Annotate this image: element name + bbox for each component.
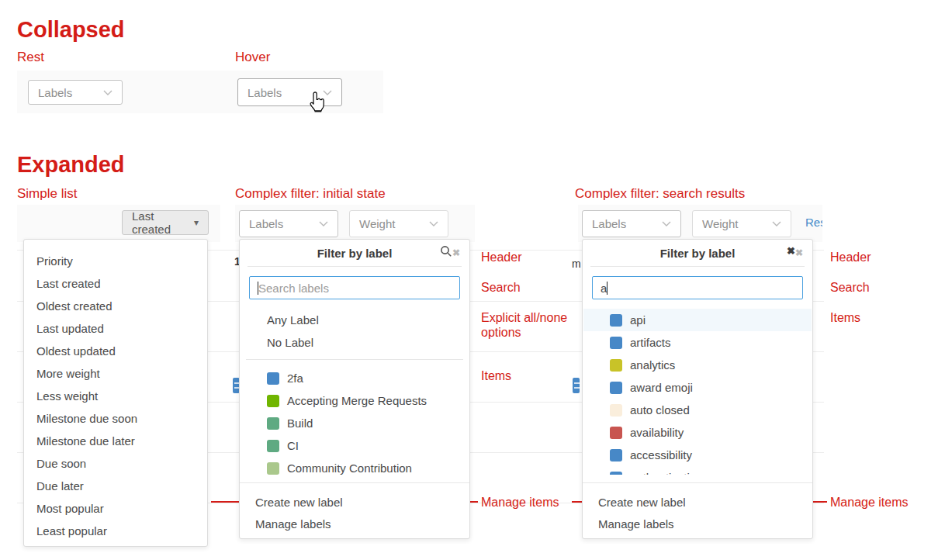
menu-item-any-label[interactable]: Any Label: [241, 309, 469, 331]
menu-item-label: Milestone due later: [36, 434, 135, 448]
label-item[interactable]: Build: [241, 412, 469, 434]
demo-label-complex-initial: Complex filter: initial state: [235, 186, 386, 202]
menu-item[interactable]: Oldest created: [25, 295, 206, 317]
menu-item[interactable]: Due soon: [25, 452, 206, 475]
pointer-hand-cursor-icon: [306, 91, 326, 116]
divider: [246, 359, 463, 360]
section-heading-collapsed: Collapsed: [17, 17, 125, 43]
caret-down-icon: ▾: [194, 217, 199, 228]
label-name: accessibility: [630, 448, 692, 461]
search-labels-input[interactable]: a: [592, 276, 803, 299]
label-item-clipped[interactable]: authentication: [583, 466, 812, 475]
label-item[interactable]: api: [583, 309, 812, 331]
reset-link-clipped[interactable]: Res: [805, 216, 822, 229]
label-item[interactable]: auto closed: [583, 399, 812, 421]
dropdown-title: Filter by label: [240, 240, 469, 266]
label-item[interactable]: award emoji: [583, 376, 812, 399]
menu-item-label: Create new label: [255, 496, 343, 509]
clear-search-icon[interactable]: ✖: [787, 240, 795, 263]
annotation-items: Items: [830, 310, 860, 325]
annotation-manage-items: Manage items: [830, 495, 909, 510]
clipped-label-chip-fragment: [573, 378, 580, 393]
annotation-search: Search: [481, 280, 521, 295]
menu-item-label: Any Label: [267, 313, 319, 327]
label-item[interactable]: artifacts: [583, 331, 812, 354]
label-item[interactable]: accessibility: [583, 444, 812, 466]
menu-item-label: No Label: [267, 336, 313, 349]
labels-dropdown-button[interactable]: Labels: [239, 210, 338, 237]
weight-dropdown-button[interactable]: Weight: [692, 210, 791, 237]
menu-item-label: Due soon: [36, 457, 86, 470]
labels-dropdown-button-rest[interactable]: Labels: [28, 80, 123, 105]
chevron-down-icon: [662, 221, 671, 226]
sort-dropdown-button[interactable]: Last created ▾: [122, 210, 209, 235]
label-color-swatch: [610, 404, 622, 417]
menu-item-label: Less weight: [36, 389, 98, 403]
menu-item[interactable]: Milestone due soon: [25, 407, 206, 430]
annotation-manage-items: Manage items: [481, 495, 559, 510]
annotation-header: Header: [830, 250, 871, 264]
menu-item[interactable]: Milestone due later: [25, 430, 206, 452]
background-text-fragment: m: [572, 258, 581, 270]
close-icon[interactable]: ✖: [452, 240, 460, 266]
divider: [248, 266, 462, 267]
labels-dropdown-button[interactable]: Labels: [582, 210, 681, 237]
menu-item-label: Manage labels: [255, 517, 331, 531]
menu-item[interactable]: Oldest updated: [25, 340, 206, 362]
search-value: a: [601, 282, 607, 295]
label-item[interactable]: Community Contribution: [241, 457, 469, 479]
label-color-swatch: [610, 359, 622, 372]
labels-dropdown-label: Labels: [248, 86, 282, 99]
menu-item[interactable]: Priority: [25, 250, 206, 272]
menu-item[interactable]: Less weight: [25, 385, 206, 407]
create-new-label-item[interactable]: Create new label: [583, 491, 812, 513]
label-item[interactable]: CI: [241, 434, 469, 457]
demo-label-complex-search: Complex filter: search results: [575, 186, 745, 202]
label-color-swatch: [267, 440, 279, 452]
label-color-swatch: [610, 427, 622, 439]
weight-dropdown-button[interactable]: Weight: [349, 210, 448, 237]
demo-label-simple-list: Simple list: [17, 186, 77, 202]
annotation-search: Search: [830, 280, 870, 295]
menu-item-label: Milestone due soon: [36, 412, 137, 425]
create-new-label-item[interactable]: Create new label: [241, 491, 469, 513]
label-name: authentication: [630, 471, 702, 475]
label-name: award emoji: [630, 381, 693, 394]
search-results-list: api artifacts analytics award emoji auto…: [583, 309, 812, 475]
label-item[interactable]: 2fa: [241, 367, 469, 389]
label-name: artifacts: [630, 336, 671, 349]
label-color-swatch: [267, 417, 279, 430]
label-color-swatch: [267, 395, 279, 407]
state-label-hover: Hover: [235, 50, 270, 65]
labels-dropdown-button-hover[interactable]: Labels: [237, 78, 342, 106]
menu-item[interactable]: Due later: [25, 475, 206, 497]
sort-dropdown-menu: Priority Last created Oldest created Las…: [23, 239, 208, 547]
menu-item-label: Last updated: [36, 322, 104, 335]
close-icon[interactable]: ✖: [795, 240, 803, 266]
label-color-swatch: [610, 382, 622, 394]
label-item[interactable]: availability: [583, 421, 812, 444]
search-placeholder: Search labels: [258, 282, 329, 295]
menu-item-label: Priority: [36, 254, 73, 268]
label-filter-dropdown-search: Filter by label ✖ a ✖ api artifacts anal…: [582, 239, 813, 539]
search-icon: [440, 245, 452, 258]
menu-item[interactable]: Last updated: [25, 317, 206, 340]
search-labels-input[interactable]: Search labels: [249, 276, 460, 299]
manage-labels-item[interactable]: Manage labels: [241, 513, 469, 535]
manage-labels-item[interactable]: Manage labels: [583, 513, 812, 535]
menu-item[interactable]: Least popular: [25, 520, 206, 542]
menu-item-no-label[interactable]: No Label: [241, 331, 469, 354]
label-item[interactable]: analytics: [583, 354, 812, 376]
menu-item[interactable]: Most popular: [25, 497, 206, 520]
menu-item-label: Due later: [36, 479, 84, 493]
label-color-swatch: [267, 372, 279, 385]
menu-item[interactable]: More weight: [25, 362, 206, 385]
label-name: 2fa: [287, 372, 303, 385]
menu-item-label: Oldest created: [36, 299, 112, 313]
label-item[interactable]: Accepting Merge Requests: [241, 389, 469, 412]
divider: [240, 482, 469, 483]
state-label-rest: Rest: [17, 50, 44, 65]
menu-item-label: Least popular: [36, 524, 107, 538]
dropdown-title: Filter by label: [583, 240, 812, 266]
menu-item[interactable]: Last created: [25, 272, 206, 295]
